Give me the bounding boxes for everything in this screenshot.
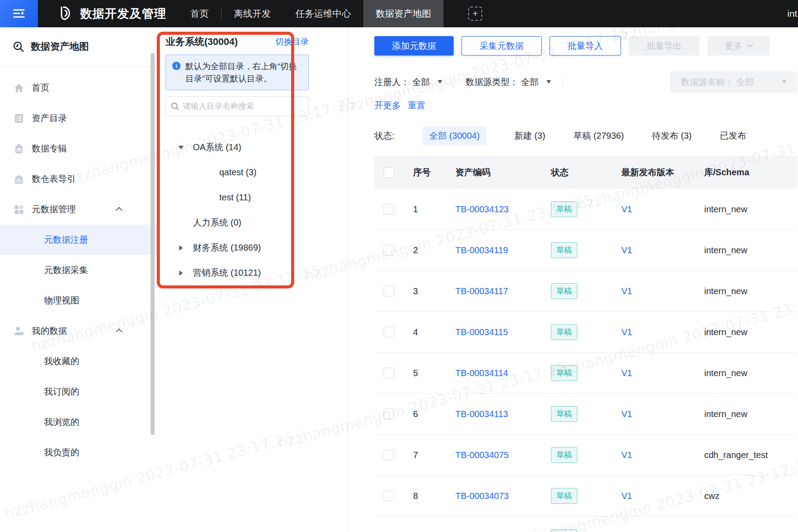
tree-node-1[interactable]: OA系统 (14): [166, 135, 347, 160]
tree-node-label: test (11): [219, 192, 251, 203]
switch-catalog-link[interactable]: 切换目录: [275, 36, 309, 48]
sidebar-item-2[interactable]: 资产目录: [0, 103, 157, 133]
app-logo-icon: [55, 4, 75, 23]
row-checkbox[interactable]: [384, 409, 394, 419]
sidebar-item-1[interactable]: 首页: [0, 73, 157, 103]
status-badge: 草稿: [551, 283, 577, 299]
sidebar-item-6[interactable]: 元数据注册: [0, 225, 157, 255]
top-nav-item-4[interactable]: 数据资产地图: [363, 0, 443, 27]
asset-code-link[interactable]: TB-00034113: [455, 409, 508, 419]
expand-more-link[interactable]: 开更多: [374, 100, 401, 111]
filter-dropdown-1[interactable]: 注册人：全部: [374, 76, 442, 88]
top-nav-item-2[interactable]: 离线开发: [222, 0, 283, 27]
cell-schema: cdh_ranger_test: [696, 450, 797, 460]
sidebar-item-4[interactable]: 数仓表导引: [0, 164, 157, 194]
asset-code-link[interactable]: TB-00034114: [455, 368, 508, 378]
row-checkbox[interactable]: [384, 368, 394, 378]
status-tab-4[interactable]: 待发布 (3): [652, 130, 692, 142]
sidebar-item-11[interactable]: 我订阅的: [0, 377, 157, 407]
tree-node-3[interactable]: test (11): [166, 185, 347, 210]
table-row: 2TB-00034119草稿V1intern_new: [374, 230, 797, 271]
status-tab-2[interactable]: 新建 (3): [514, 130, 545, 142]
sidebar-item-9[interactable]: 我的数据: [0, 316, 157, 346]
sidebar-item-label: 我的数据: [32, 325, 67, 337]
cell-index: 1: [405, 204, 447, 214]
row-checkbox[interactable]: [384, 327, 394, 337]
row-checkbox[interactable]: [384, 204, 394, 214]
catalog-search-input[interactable]: [166, 96, 309, 116]
caret-right-icon[interactable]: [178, 270, 184, 276]
asset-code-link[interactable]: TB-00034075: [455, 450, 509, 460]
caret-down-icon[interactable]: [178, 146, 184, 149]
metadata-icon: [13, 204, 25, 215]
toolbar-button-1[interactable]: 添加元数据: [374, 36, 454, 55]
status-badge: 草稿: [551, 242, 577, 258]
table-header-cell-3: 资产编码: [447, 166, 543, 178]
sidebar-item-5[interactable]: 元数据管理: [0, 194, 157, 225]
version-link[interactable]: V1: [621, 204, 632, 214]
cell-index: 7: [405, 450, 447, 460]
row-checkbox[interactable]: [384, 450, 394, 460]
top-navigation-bar: 数据开发及管理 首页离线开发任务运维中心数据资产地图 + int: [0, 0, 798, 27]
version-link[interactable]: V1: [621, 245, 632, 255]
status-tab-5[interactable]: 已发布: [720, 130, 746, 142]
cell-index: 2: [405, 245, 447, 255]
sidebar-item-label: 物理视图: [44, 295, 79, 307]
filter-dropdown-3: 数据源名称：全部: [670, 71, 797, 92]
catalog-info-text: 默认为全部目录，右上角“切换目录”可设置默认目录。: [185, 60, 303, 85]
version-link[interactable]: V1: [621, 409, 632, 419]
cell-schema: intern_new: [696, 409, 797, 419]
toolbar-button-label: 更多: [725, 40, 743, 52]
asset-code-link[interactable]: TB-00034119: [455, 245, 508, 255]
row-checkbox[interactable]: [384, 286, 394, 296]
tree-node-4[interactable]: 人力系统 (0): [166, 210, 347, 235]
filter-dropdown-2[interactable]: 数据源类型：全部: [466, 76, 551, 88]
tree-node-5[interactable]: 财务系统 (19869): [166, 235, 347, 260]
sidebar-item-label: 我负责的: [44, 447, 79, 458]
select-all-checkbox[interactable]: [384, 167, 394, 178]
tree-node-label: 人力系统 (0): [193, 217, 241, 229]
status-tab-3[interactable]: 草稿 (27936): [573, 130, 624, 142]
tree-node-6[interactable]: 营销系统 (10121): [166, 260, 347, 285]
asset-code-link[interactable]: TB-00034117: [455, 286, 508, 296]
sidebar-title: 数据资产地图: [31, 40, 89, 53]
sidebar-item-7[interactable]: 元数据采集: [0, 255, 157, 285]
top-nav-item-1[interactable]: 首页: [178, 0, 221, 27]
version-link[interactable]: V1: [621, 286, 632, 296]
version-link[interactable]: V1: [621, 368, 632, 378]
toolbar-button-2[interactable]: 采集元数据: [462, 36, 542, 55]
table-header-row: 序号资产编码状态最新发布版本库/Schema: [374, 156, 797, 189]
version-link[interactable]: V1: [621, 327, 632, 337]
table-header-cell-6: 库/Schema: [696, 166, 797, 178]
info-icon: i: [172, 62, 181, 70]
sidebar-item-8[interactable]: 物理视图: [0, 285, 157, 316]
sidebar-header: 数据资产地图: [0, 27, 157, 66]
caret-right-icon[interactable]: [178, 245, 184, 251]
sidebar-item-12[interactable]: 我浏览的: [0, 407, 157, 437]
tree-node-2[interactable]: qatest (3): [166, 160, 347, 185]
asset-code-link[interactable]: TB-00034073: [455, 491, 509, 501]
sidebar-item-10[interactable]: 我收藏的: [0, 346, 157, 377]
reset-link[interactable]: 重置: [408, 100, 425, 111]
sidebar-scrollbar[interactable]: [151, 53, 155, 435]
version-link[interactable]: V1: [621, 491, 632, 501]
tree-node-label: 营销系统 (10121): [193, 267, 261, 279]
asset-code-link[interactable]: TB-00034123: [455, 204, 509, 214]
sidebar-item-label: 元数据采集: [44, 264, 88, 276]
sidebar-item-3[interactable]: 数据专辑: [0, 133, 157, 164]
filter-value: 全部: [412, 77, 430, 87]
version-link[interactable]: V1: [621, 450, 632, 460]
sidebar-item-13[interactable]: 我负责的: [0, 437, 157, 468]
toolbar-button-3[interactable]: 批量导入: [550, 36, 621, 55]
chevron-up-icon: [116, 328, 123, 335]
row-checkbox[interactable]: [384, 491, 394, 501]
hamburger-menu-button[interactable]: [0, 0, 38, 27]
row-checkbox[interactable]: [384, 245, 394, 255]
status-tab-1[interactable]: 全部 (30004): [423, 126, 487, 145]
new-tab-button[interactable]: +: [468, 7, 482, 21]
user-name[interactable]: int: [787, 8, 798, 19]
cell-schema: intern_new: [696, 368, 797, 378]
top-nav-item-3[interactable]: 任务运维中心: [283, 0, 363, 27]
asset-code-link[interactable]: TB-00034115: [455, 327, 508, 337]
status-badge: 草稿: [551, 324, 577, 340]
